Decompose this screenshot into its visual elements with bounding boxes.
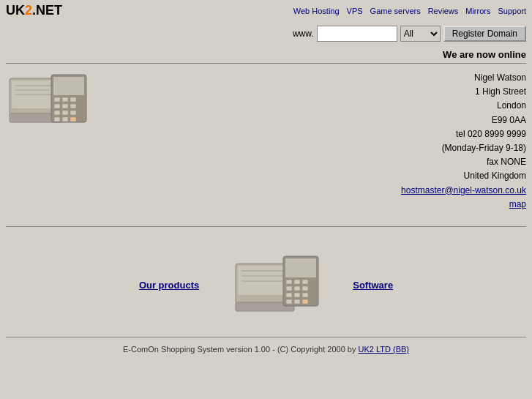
software-link[interactable]: Software [353, 280, 393, 291]
center-device-image [228, 249, 323, 322]
svg-rect-8 [54, 97, 60, 102]
svg-rect-15 [62, 111, 68, 115]
nav-web-hosting[interactable]: Web Hosting [293, 7, 340, 15]
svg-rect-12 [62, 104, 68, 108]
domain-input[interactable] [317, 26, 397, 42]
logo[interactable]: UK2.NET [6, 3, 62, 18]
svg-rect-31 [286, 286, 292, 291]
svg-rect-9 [62, 97, 68, 102]
footer-text: E-ComOn Shopping System version 1.00 - (… [123, 345, 359, 354]
svg-rect-29 [294, 280, 300, 284]
contact-postcode: E99 0AA [105, 113, 526, 127]
svg-rect-38 [294, 299, 300, 304]
logo-num: 2 [25, 3, 32, 18]
contact-name: Nigel Watson [105, 71, 526, 85]
nav-reviews[interactable]: Reviews [428, 7, 459, 15]
nav: Web Hosting VPS Game servers Reviews Mir… [293, 7, 526, 15]
svg-rect-33 [302, 286, 308, 291]
svg-rect-14 [54, 111, 60, 115]
svg-rect-27 [285, 258, 316, 277]
contact-country: United Kingdom [105, 169, 526, 183]
contact-fax: fax NONE [105, 155, 526, 169]
nav-support[interactable]: Support [498, 7, 526, 15]
svg-rect-32 [294, 286, 300, 291]
center-device-svg [228, 249, 323, 322]
svg-rect-36 [302, 293, 308, 297]
footer-link[interactable]: UK2 LTD (BB) [359, 345, 409, 354]
svg-rect-37 [286, 299, 292, 304]
online-banner: We are now online [0, 46, 532, 63]
svg-rect-17 [54, 117, 60, 122]
svg-rect-30 [302, 280, 308, 284]
contact-address2: London [105, 99, 526, 113]
contact-tel: tel 020 8999 9999 [105, 127, 526, 141]
contact-hours: (Monday-Friday 9-18) [105, 141, 526, 155]
svg-rect-28 [286, 280, 292, 284]
svg-rect-39 [302, 299, 308, 304]
domain-select[interactable]: All .co.uk .com .net .org [400, 26, 441, 42]
products-section: Our products [0, 234, 532, 337]
svg-rect-35 [294, 293, 300, 297]
svg-rect-13 [70, 104, 76, 108]
svg-rect-16 [70, 111, 76, 115]
contact-section: Nigel Watson 1 High Street London E99 0A… [0, 64, 532, 219]
logo-net: .NET [32, 3, 62, 18]
svg-rect-34 [286, 293, 292, 297]
svg-rect-7 [53, 77, 84, 95]
our-products-link[interactable]: Our products [139, 280, 199, 291]
contact-map[interactable]: map [509, 199, 526, 209]
register-domain-button[interactable]: Register Domain [443, 26, 526, 42]
nav-game-servers[interactable]: Game servers [370, 7, 421, 15]
svg-rect-11 [54, 104, 60, 108]
divider-2 [6, 226, 526, 227]
logo-uk: UK [6, 3, 25, 18]
svg-rect-10 [70, 97, 76, 102]
nav-vps[interactable]: VPS [347, 7, 363, 15]
svg-rect-19 [70, 117, 76, 122]
contact-info: Nigel Watson 1 High Street London E99 0A… [105, 71, 526, 212]
contact-email[interactable]: hostmaster@nigel-watson.co.uk [401, 185, 526, 195]
www-label: www. [293, 29, 314, 39]
nav-mirrors[interactable]: Mirrors [465, 7, 490, 15]
contact-address1: 1 High Street [105, 85, 526, 99]
header: UK2.NET Web Hosting VPS Game servers Rev… [0, 0, 532, 21]
domain-bar: www. All .co.uk .com .net .org Register … [0, 21, 532, 46]
footer: E-ComOn Shopping System version 1.00 - (… [0, 338, 532, 361]
svg-rect-18 [62, 117, 68, 122]
device-image-left [6, 71, 90, 141]
device-svg-left [6, 71, 90, 141]
